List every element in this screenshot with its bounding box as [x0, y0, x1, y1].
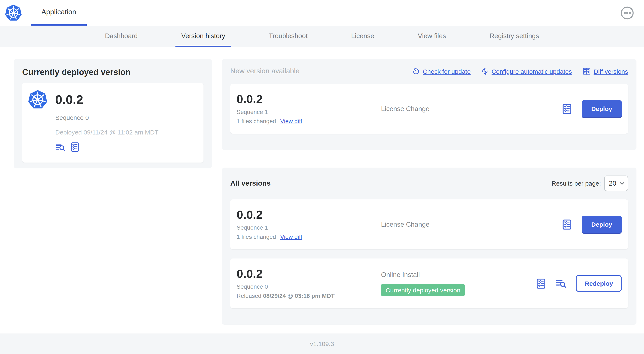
app-header: Application: [0, 0, 644, 26]
kubernetes-app-icon: [28, 90, 48, 110]
tab-version-history[interactable]: Version history: [176, 26, 231, 47]
redeploy-button[interactable]: Redeploy: [576, 275, 622, 292]
deploy-button[interactable]: Deploy: [582, 216, 622, 233]
version-source-label: Online Install: [381, 271, 420, 278]
tab-dashboard[interactable]: Dashboard: [99, 26, 144, 47]
new-version-row: 0.0.2 Sequence 1 1 files changed View di…: [230, 84, 628, 134]
logs-icon[interactable]: [556, 278, 567, 289]
new-version-title: New version available: [230, 67, 300, 75]
console-version: v1.109.3: [310, 340, 334, 347]
subnav: Dashboard Version history Troubleshoot L…: [0, 26, 644, 47]
currently-deployed-panel: Currently deployed version: [14, 59, 212, 168]
version-sequence: Sequence 1: [236, 224, 381, 231]
refresh-icon: [412, 68, 420, 75]
deployed-sequence: Sequence 0: [55, 114, 198, 121]
right-column: New version available Check for update: [222, 59, 636, 325]
tab-registry-settings[interactable]: Registry settings: [484, 26, 545, 47]
preflight-checks-icon[interactable]: [562, 219, 572, 230]
version-source-label: License Change: [381, 105, 430, 113]
app-tab-application[interactable]: Application: [31, 0, 87, 26]
diff-versions-link[interactable]: Diff versions: [582, 67, 628, 75]
files-changed-text: 1 files changed: [236, 118, 276, 124]
currently-deployed-title: Currently deployed version: [22, 68, 204, 77]
currently-deployed-badge: Currently deployed version: [381, 284, 465, 296]
results-per-page-select[interactable]: 20: [604, 176, 628, 191]
page: Application Dashboard Version history Tr…: [0, 0, 644, 354]
version-row-sequence-1: 0.0.2 Sequence 1 1 files changed View di…: [230, 199, 628, 249]
tab-troubleshoot[interactable]: Troubleshoot: [263, 26, 314, 47]
preflight-checks-icon[interactable]: [536, 278, 547, 289]
tab-view-files[interactable]: View files: [412, 26, 452, 47]
deployed-timestamp: Deployed 09/11/24 @ 11:02 am MDT: [55, 129, 198, 136]
version-source-label: License Change: [381, 221, 430, 228]
check-for-update-link[interactable]: Check for update: [412, 68, 471, 75]
view-diff-link[interactable]: View diff: [280, 233, 302, 240]
schedule-update-icon: [481, 68, 489, 75]
released-timestamp: Released08/29/24 @ 03:18 pm MDT: [236, 292, 381, 299]
results-per-page-label: Results per page:: [552, 180, 601, 187]
all-versions-title: All versions: [230, 179, 271, 187]
files-changed-text: 1 files changed: [236, 233, 276, 240]
version-number: 0.0.2: [236, 93, 381, 106]
logs-icon[interactable]: [55, 142, 65, 152]
preflight-checks-icon[interactable]: [70, 142, 80, 152]
configure-automatic-updates-link[interactable]: Configure automatic updates: [481, 68, 572, 75]
new-version-panel: New version available Check for update: [222, 59, 636, 150]
version-number: 0.0.2: [236, 209, 381, 222]
kubernetes-logo-icon: [4, 4, 22, 22]
preflight-checks-icon[interactable]: [562, 103, 572, 114]
main-content: Currently deployed version: [0, 48, 644, 333]
version-sequence: Sequence 1: [236, 109, 381, 115]
deploy-button[interactable]: Deploy: [582, 100, 622, 117]
view-diff-link[interactable]: View diff: [280, 118, 302, 124]
version-row-sequence-0: 0.0.2 Sequence 0 Released08/29/24 @ 03:1…: [230, 258, 628, 308]
version-sequence: Sequence 0: [236, 283, 381, 290]
deployed-version-number: 0.0.2: [55, 93, 83, 107]
diff-icon: [582, 67, 590, 75]
currently-deployed-card: 0.0.2 Sequence 0 Deployed 09/11/24 @ 11:…: [22, 83, 204, 163]
app-footer: v1.109.3: [0, 333, 644, 354]
all-versions-panel: All versions Results per page: 20: [222, 168, 636, 325]
more-menu-icon[interactable]: [620, 6, 634, 20]
tab-license[interactable]: License: [345, 26, 380, 47]
chevron-down-icon: [620, 182, 624, 185]
version-number: 0.0.2: [236, 268, 381, 281]
